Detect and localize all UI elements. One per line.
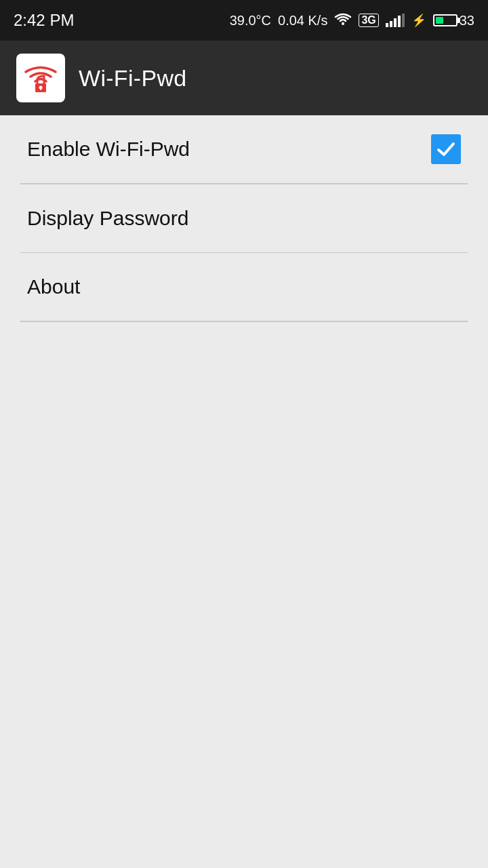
app-icon <box>16 54 65 102</box>
enable-wifi-pwd-checkbox[interactable] <box>431 134 461 164</box>
status-time: 2:42 PM <box>14 11 74 30</box>
menu-item-display-password[interactable]: Display Password <box>0 184 488 252</box>
menu-item-about[interactable]: About <box>0 253 488 321</box>
app-logo-icon <box>20 58 61 98</box>
checkmark-icon <box>436 139 456 159</box>
menu-label-enable: Enable Wi-Fi-Pwd <box>27 138 190 161</box>
battery-fill <box>436 17 443 24</box>
svg-point-0 <box>342 22 344 25</box>
charging-bolt-icon: ⚡ <box>411 13 426 28</box>
battery-body <box>433 14 458 26</box>
status-bar: 2:42 PM 39.0°C 0.04 K/s 3G ⚡ <box>0 0 488 41</box>
divider-3 <box>20 321 468 322</box>
battery-indicator: 33 <box>433 13 474 28</box>
signal-bars-icon <box>386 14 405 27</box>
menu-content: Enable Wi-Fi-Pwd Display Password About <box>0 115 488 868</box>
network-3g-badge: 3G <box>359 14 378 27</box>
menu-label-display-password: Display Password <box>27 207 188 230</box>
status-temperature: 39.0°C <box>230 13 271 28</box>
menu-label-about: About <box>27 275 80 298</box>
svg-rect-5 <box>40 87 41 90</box>
status-speed: 0.04 K/s <box>278 13 327 28</box>
app-title: Wi-Fi-Pwd <box>79 65 186 92</box>
status-right-group: 39.0°C 0.04 K/s 3G ⚡ <box>230 12 474 29</box>
app-bar: Wi-Fi-Pwd <box>0 41 488 115</box>
wifi-icon <box>334 12 352 29</box>
battery-percent: 33 <box>460 13 474 28</box>
menu-item-enable-wifi-pwd[interactable]: Enable Wi-Fi-Pwd <box>0 115 488 183</box>
